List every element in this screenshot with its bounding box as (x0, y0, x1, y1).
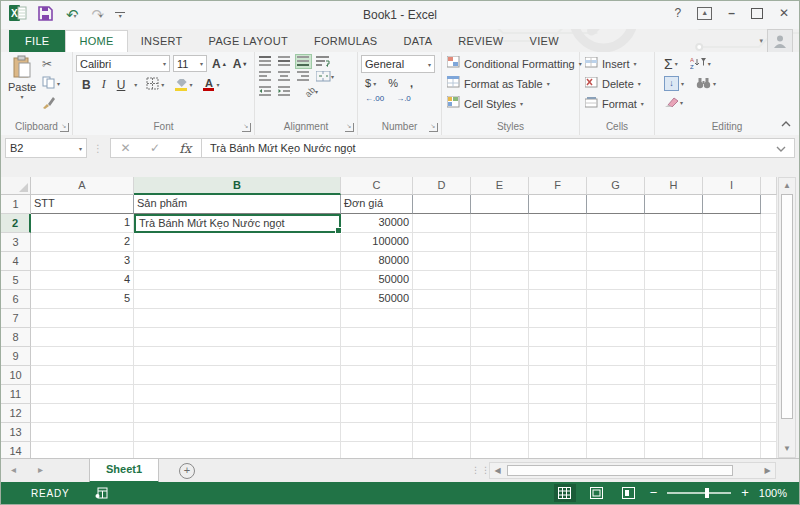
sheet-nav-right-arrow[interactable]: ▸ (38, 464, 43, 475)
row-header-5[interactable]: 5 (1, 271, 31, 290)
cell-D1[interactable] (413, 195, 471, 214)
cut-button[interactable]: ✂ (40, 56, 62, 72)
tabbar-resize-handle[interactable]: ⋮⋮ (471, 464, 491, 477)
cell-partial-11[interactable] (761, 385, 777, 404)
cell-styles-button[interactable]: Cell Styles▾ (447, 95, 582, 113)
sort-filter-dropdown[interactable]: ▾ (708, 60, 711, 67)
cell-I4[interactable] (703, 252, 761, 271)
cell-B9[interactable] (134, 347, 341, 366)
cell-A14[interactable] (31, 442, 134, 458)
cell-D5[interactable] (413, 271, 471, 290)
scroll-right-arrow[interactable]: ▶ (760, 466, 775, 475)
row-header-9[interactable]: 9 (1, 347, 31, 366)
cell-H3[interactable] (645, 233, 703, 252)
cell-E1[interactable] (471, 195, 529, 214)
cell-D2[interactable] (413, 214, 471, 233)
cell-F14[interactable] (529, 442, 587, 458)
copy-button[interactable]: ▾ (40, 75, 62, 92)
col-header-A[interactable]: A (31, 177, 134, 195)
cell-A7[interactable] (31, 309, 134, 328)
cell-partial-4[interactable] (761, 252, 777, 271)
cell-partial-5[interactable] (761, 271, 777, 290)
fill-color-button[interactable]: ▾ (173, 78, 194, 92)
cell-F2[interactable] (529, 214, 587, 233)
cell-B7[interactable] (134, 309, 341, 328)
cell-partial-8[interactable] (761, 328, 777, 347)
cell-G9[interactable] (587, 347, 645, 366)
account-dropdown[interactable]: ▾ (759, 37, 763, 45)
row-header-2[interactable]: 2 (1, 214, 31, 233)
maximize-button[interactable] (751, 8, 763, 19)
vertical-scrollbar-thumb[interactable] (781, 194, 793, 419)
borders-button[interactable]: ▾ (144, 76, 166, 93)
increase-font-size-button[interactable]: A▴ (210, 56, 228, 72)
cell-F5[interactable] (529, 271, 587, 290)
middle-align-button[interactable] (277, 55, 292, 68)
cell-G8[interactable] (587, 328, 645, 347)
cell-E6[interactable] (471, 290, 529, 309)
cell-partial-14[interactable] (761, 442, 777, 458)
cell-C3[interactable]: 100000 (341, 233, 413, 252)
font-size-select[interactable]: 11▾ (173, 55, 207, 72)
minimize-button[interactable]: – (728, 6, 735, 20)
name-box-dropdown[interactable]: ▾ (79, 145, 82, 152)
cell-I12[interactable] (703, 404, 761, 423)
cell-E4[interactable] (471, 252, 529, 271)
cell-A6[interactable]: 5 (31, 290, 134, 309)
copy-dropdown[interactable]: ▾ (57, 80, 60, 87)
cell-D4[interactable] (413, 252, 471, 271)
insert-cells-button[interactable]: Insert▾ (585, 55, 644, 73)
zoom-slider[interactable] (667, 492, 731, 494)
cell-G7[interactable] (587, 309, 645, 328)
format-as-table-button[interactable]: Format as Table▾ (447, 75, 582, 93)
find-select-button[interactable]: ▾ (694, 76, 718, 92)
redo-dropdown[interactable]: ▾ (99, 12, 102, 19)
align-right-button[interactable] (296, 70, 311, 83)
row-header-1[interactable]: 1 (1, 195, 31, 214)
cell-G4[interactable] (587, 252, 645, 271)
cell-G5[interactable] (587, 271, 645, 290)
percent-style-button[interactable]: % (386, 76, 400, 90)
comma-style-button[interactable]: , (408, 76, 415, 90)
cell-partial-10[interactable] (761, 366, 777, 385)
bottom-align-button[interactable] (296, 55, 311, 68)
cell-B6[interactable] (134, 290, 341, 309)
sheet-tab-sheet1[interactable]: Sheet1 (89, 459, 159, 483)
cell-I7[interactable] (703, 309, 761, 328)
cell-B1[interactable]: Sản phẩm (134, 195, 341, 214)
underline-dropdown[interactable]: ▾ (134, 81, 137, 88)
cell-D10[interactable] (413, 366, 471, 385)
cell-A11[interactable] (31, 385, 134, 404)
font-size-dropdown[interactable]: ▾ (200, 60, 203, 67)
cell-I8[interactable] (703, 328, 761, 347)
cell-H14[interactable] (645, 442, 703, 458)
cell-I9[interactable] (703, 347, 761, 366)
cell-D3[interactable] (413, 233, 471, 252)
row-header-13[interactable]: 13 (1, 423, 31, 442)
orientation-button[interactable]: ab▾ (304, 86, 319, 98)
cell-B3[interactable] (134, 233, 341, 252)
merge-dropdown[interactable]: ▾ (331, 73, 334, 80)
cell-B13[interactable] (134, 423, 341, 442)
cell-H1[interactable] (645, 195, 703, 214)
cell-A12[interactable] (31, 404, 134, 423)
cell-D7[interactable] (413, 309, 471, 328)
font-dialog-launcher[interactable]: ↘ (242, 123, 251, 132)
cell-F11[interactable] (529, 385, 587, 404)
font-color-dropdown[interactable]: ▾ (216, 81, 219, 88)
bold-button[interactable]: B (80, 77, 93, 93)
underline-button[interactable]: U (115, 77, 128, 93)
tab-view[interactable]: VIEW (517, 30, 572, 52)
ribbon-display-options-button[interactable]: ▲ (697, 7, 712, 20)
undo-button[interactable]: ↶▾ (64, 7, 79, 23)
col-header-C[interactable]: C (341, 177, 413, 195)
cell-E9[interactable] (471, 347, 529, 366)
cell-partial-3[interactable] (761, 233, 777, 252)
cell-C4[interactable]: 80000 (341, 252, 413, 271)
cell-E14[interactable] (471, 442, 529, 458)
zoom-slider-thumb[interactable] (705, 488, 709, 498)
cell-partial-2[interactable] (761, 214, 777, 233)
cell-I13[interactable] (703, 423, 761, 442)
cell-F3[interactable] (529, 233, 587, 252)
top-align-button[interactable] (258, 55, 273, 68)
